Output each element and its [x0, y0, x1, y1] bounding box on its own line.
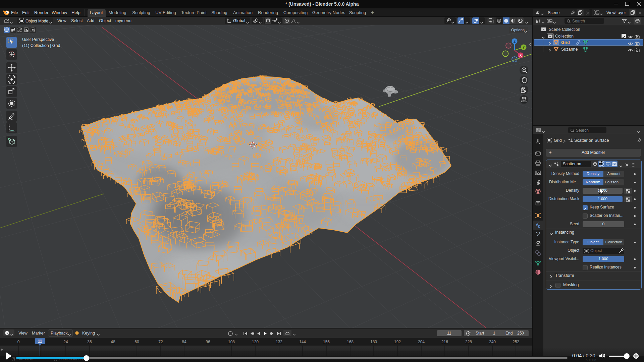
svg-text:Z: Z	[514, 40, 516, 43]
svg-text:X: X	[520, 54, 522, 57]
svg-text:Y: Y	[523, 46, 525, 49]
